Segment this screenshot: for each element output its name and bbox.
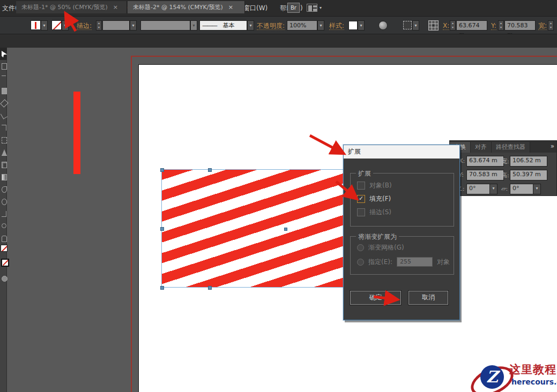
selection-tool-icon[interactable] <box>0 48 7 60</box>
close-tab-1-icon[interactable]: × <box>113 4 118 11</box>
fill-swatch-tool[interactable] <box>0 245 7 259</box>
eyedropper-tool-icon[interactable] <box>0 183 7 195</box>
blend-tool-icon[interactable] <box>0 195 7 208</box>
stroke-weight-dropdown[interactable]: ▾ <box>130 20 137 31</box>
y-stepper[interactable]: ▴▾ <box>498 20 504 31</box>
selection-handle-top-mid[interactable] <box>208 168 212 172</box>
doc-tab-1[interactable]: 未标题-1* @ 50% (CMYK/预览) × <box>16 1 127 13</box>
brush-definition-dropdown[interactable]: ▾ <box>247 20 254 31</box>
tab-align[interactable]: 对齐 <box>471 142 492 153</box>
selection-handle-bottom-mid[interactable] <box>208 286 212 290</box>
illustrator-window: 文件(F) 编辑(E) 对象(O) 文字(T) 选择(S) 效果(C) 视图(V… <box>0 0 557 392</box>
shear-dropdown[interactable]: ▾ <box>533 184 541 194</box>
cancel-button[interactable]: 取消 <box>409 291 448 305</box>
panel-height-label: 高: <box>501 171 509 179</box>
stroke-weight-stepper[interactable]: ▴▾ <box>96 20 102 31</box>
gradient-tool-icon[interactable] <box>0 171 7 183</box>
transform-panel: 变换 对齐 路径查找器 » X: 63.674 m 宽: 106.52 m Y:… <box>449 140 557 196</box>
option-gradient-mesh[interactable]: 渐变网格(G) <box>357 243 404 252</box>
tools-panel <box>0 48 7 392</box>
variable-width-profile-field[interactable] <box>140 20 190 31</box>
striped-rectangle-object[interactable] <box>161 169 353 288</box>
panel-height-field[interactable]: 50.397 m <box>510 170 547 180</box>
x-coordinate-field[interactable]: 63.674 m <box>456 20 487 31</box>
x-stepper[interactable]: ▴▾ <box>450 20 456 31</box>
site-url: herecours.com <box>511 378 557 386</box>
stroke-weight-field[interactable] <box>102 20 130 31</box>
menu-window[interactable]: 窗口(W) <box>243 4 268 13</box>
logo-icon: Z <box>480 365 504 389</box>
workspace-dropdown-icon[interactable]: ▾ <box>320 5 322 10</box>
variable-width-dropdown[interactable]: ▾ <box>190 20 197 31</box>
bridge-button[interactable]: Br <box>287 3 300 13</box>
select-similar-icon[interactable] <box>403 21 412 29</box>
style-label[interactable]: 样式: <box>329 22 344 30</box>
style-dropdown[interactable]: ▾ <box>358 20 365 31</box>
red-bar-object[interactable] <box>73 92 80 174</box>
select-similar-dropdown[interactable]: ▾ <box>412 20 419 31</box>
opacity-label[interactable]: 不透明度: <box>257 22 285 30</box>
symbol-sprayer-tool-icon[interactable] <box>0 208 7 220</box>
rectangle-tool-icon[interactable] <box>0 85 7 97</box>
fill-checkbox[interactable]: ✓ <box>357 195 365 203</box>
stroke-swatch-dropdown[interactable]: ▾ <box>62 20 69 31</box>
selection-handle-bottom-left[interactable] <box>160 286 164 290</box>
ok-button[interactable]: 确定 <box>350 291 401 305</box>
scale-tool-icon[interactable] <box>0 122 7 134</box>
dialog-title[interactable]: 扩展 <box>344 145 459 159</box>
tab-pathfinder[interactable]: 路径查找器 <box>492 142 530 153</box>
panel-tab-bar: 变换 对齐 路径查找器 » <box>450 141 556 153</box>
stroke-swatch-tool[interactable] <box>0 259 7 273</box>
width-stepper[interactable]: ▴▾ <box>548 20 554 31</box>
opacity-dropdown[interactable]: ▾ <box>317 20 324 31</box>
option-fill[interactable]: ✓ 填充(F) <box>357 194 391 203</box>
fill-color-swatch[interactable] <box>31 20 41 30</box>
panel-width-field[interactable]: 106.52 m <box>510 156 547 167</box>
align-reference-grid-icon[interactable] <box>428 20 439 31</box>
expand-options-group: 扩展 对象(B) ✓ 填充(F) 描边(S) <box>350 173 454 227</box>
shear-icon: ▱: <box>501 185 508 192</box>
option-specify[interactable]: 指定(E): 255 对象 <box>357 257 450 267</box>
mesh-tool-icon[interactable] <box>0 159 7 171</box>
hand-tool-icon[interactable] <box>0 232 7 245</box>
gradient-mesh-radio[interactable] <box>357 244 364 251</box>
pencil-tool-icon[interactable] <box>0 109 7 122</box>
direct-selection-tool-icon[interactable] <box>0 60 7 72</box>
bleed-guide-vertical <box>131 56 132 392</box>
panel-x-field[interactable]: 63.674 m <box>466 156 504 167</box>
close-tab-2-icon[interactable]: × <box>228 4 233 11</box>
opacity-field[interactable]: 100% <box>287 20 317 31</box>
perspective-grid-tool-icon[interactable] <box>0 146 7 159</box>
specify-radio[interactable] <box>357 259 364 266</box>
rotate-dropdown[interactable]: ▾ <box>489 184 497 194</box>
doc-tab-2[interactable]: 未标题-2* @ 154% (CMYK/预览) × <box>128 1 245 13</box>
specify-objects-input[interactable]: 255 <box>397 257 433 267</box>
panel-y-field[interactable]: 70.583 m <box>466 170 504 180</box>
y-coordinate-field[interactable]: 70.583 m <box>504 20 536 31</box>
workspace-switcher-icon[interactable] <box>307 4 317 12</box>
panel-width-label: 宽: <box>501 157 509 165</box>
option-stroke[interactable]: 描边(S) <box>357 208 391 217</box>
stroke-color-swatch[interactable] <box>51 20 62 30</box>
option-object[interactable]: 对象(B) <box>357 181 392 190</box>
selection-handle-top-left[interactable] <box>160 168 164 172</box>
object-checkbox[interactable] <box>357 182 365 190</box>
selection-handle-left-mid[interactable] <box>160 227 164 231</box>
panel-expand-icon[interactable]: » <box>551 142 554 150</box>
color-mode-button[interactable] <box>0 273 7 285</box>
paintbrush-tool-icon[interactable] <box>0 97 7 109</box>
watermark: Z 这里教程网 herecours.com <box>469 362 557 392</box>
stroke-checkbox[interactable] <box>357 208 365 216</box>
x-coordinate-label: X: <box>443 22 449 30</box>
document-setup-globe-icon[interactable] <box>378 21 388 30</box>
site-name: 这里教程网 <box>509 362 557 377</box>
fill-swatch-dropdown[interactable]: ▾ <box>41 20 48 31</box>
stroke-weight-label[interactable]: 描边: <box>77 22 92 30</box>
type-tool-icon[interactable] <box>0 72 7 85</box>
line-sample-icon: ——— <box>202 22 217 29</box>
document-tab-bar <box>0 34 557 48</box>
style-swatch[interactable] <box>348 21 358 30</box>
zoom-tool-icon[interactable] <box>0 220 7 232</box>
free-transform-tool-icon[interactable] <box>0 134 7 146</box>
brush-definition-field[interactable]: ——— 基本 <box>199 20 247 31</box>
